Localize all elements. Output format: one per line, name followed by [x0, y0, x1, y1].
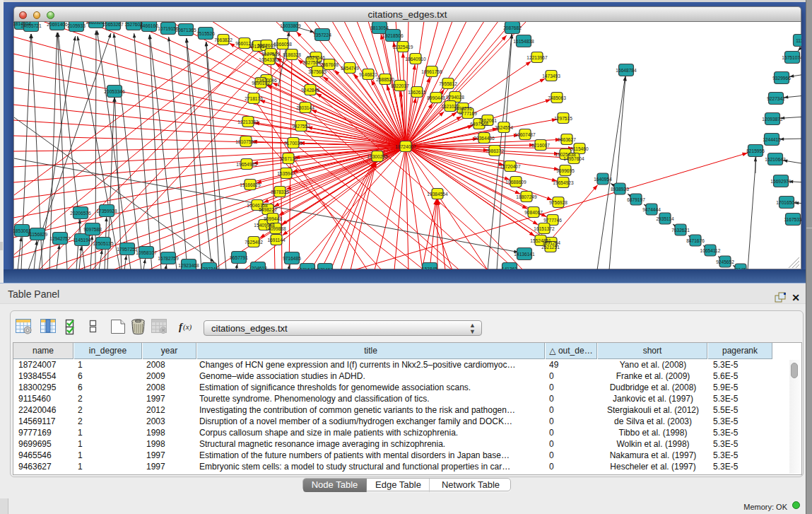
svg-text:9115460: 9115460 [570, 146, 589, 151]
svg-text:15720407: 15720407 [500, 164, 521, 169]
svg-text:8990448: 8990448 [427, 95, 445, 100]
svg-text:9242848: 9242848 [301, 88, 319, 93]
svg-text:20206576: 20206576 [70, 211, 91, 216]
svg-text:2867608: 2867608 [320, 62, 339, 67]
svg-text:14957604: 14957604 [563, 156, 584, 161]
svg-text:12093872: 12093872 [762, 117, 783, 122]
svg-text:20364436: 20364436 [473, 136, 495, 141]
svg-text:11325419: 11325419 [393, 45, 413, 49]
svg-text:11156829: 11156829 [28, 232, 48, 237]
svg-text:16154838: 16154838 [513, 39, 534, 44]
svg-text:9890102: 9890102 [252, 81, 270, 86]
svg-text:5366058: 5366058 [273, 42, 292, 47]
svg-text:10671365: 10671365 [175, 28, 196, 33]
svg-text:(x): (x) [183, 322, 192, 332]
svg-text:9463627: 9463627 [558, 137, 576, 142]
svg-text:9084067: 9084067 [524, 210, 543, 215]
svg-text:2105933: 2105933 [67, 23, 86, 28]
svg-text:2521251: 2521251 [541, 245, 560, 250]
svg-text:1297515: 1297515 [554, 116, 572, 121]
svg-text:19654985: 19654985 [236, 162, 257, 167]
svg-text:16151372: 16151372 [534, 226, 555, 231]
svg-text:14099888: 14099888 [265, 226, 286, 231]
svg-text:20053346: 20053346 [104, 89, 125, 94]
svg-text:9170035: 9170035 [284, 141, 302, 146]
svg-text:3267130: 3267130 [279, 156, 298, 161]
svg-text:1640954: 1640954 [594, 177, 612, 182]
svg-text:10958107: 10958107 [136, 250, 157, 255]
svg-text:9227342: 9227342 [767, 96, 785, 101]
svg-text:12505135: 12505135 [93, 241, 114, 246]
svg-text:12213967: 12213967 [526, 55, 548, 60]
svg-text:9716485: 9716485 [283, 256, 301, 261]
svg-text:18807249: 18807249 [516, 194, 537, 199]
svg-text:10654112: 10654112 [700, 248, 721, 253]
svg-text:19166825: 19166825 [240, 182, 261, 187]
svg-text:9657791: 9657791 [230, 255, 248, 260]
svg-text:9146821: 9146821 [359, 72, 377, 77]
svg-text:2803144: 2803144 [296, 105, 314, 110]
svg-text:1473493: 1473493 [542, 74, 560, 78]
svg-text:3624554: 3624554 [495, 125, 513, 130]
svg-text:18107552: 18107552 [235, 139, 257, 144]
svg-text:6879197: 6879197 [627, 197, 645, 202]
svg-text:16033809: 16033809 [280, 23, 301, 28]
svg-text:9777746: 9777746 [543, 218, 562, 223]
svg-text:1167533: 1167533 [784, 217, 801, 222]
svg-text:18724007: 18724007 [395, 144, 416, 149]
svg-text:8186328: 8186328 [283, 52, 301, 57]
svg-text:7462061: 7462061 [478, 118, 497, 123]
svg-text:17957253: 17957253 [117, 247, 138, 252]
svg-text:7485063: 7485063 [548, 95, 566, 100]
svg-text:9127509: 9127509 [261, 52, 280, 57]
svg-text:9099448: 9099448 [264, 216, 282, 221]
svg-text:12213383: 12213383 [237, 119, 259, 124]
svg-text:9427552: 9427552 [292, 124, 310, 129]
svg-text:8813054: 8813054 [370, 25, 389, 30]
svg-text:10607487: 10607487 [514, 132, 536, 137]
svg-text:1535947: 1535947 [277, 171, 295, 176]
svg-text:7357224: 7357224 [313, 33, 331, 37]
svg-text:16648784: 16648784 [616, 68, 637, 73]
svg-text:10543382: 10543382 [259, 57, 280, 62]
svg-text:8938923: 8938923 [611, 187, 629, 192]
svg-text:9097588: 9097588 [83, 227, 102, 232]
svg-text:9794028: 9794028 [446, 95, 464, 100]
svg-text:1244415: 1244415 [763, 137, 781, 142]
svg-text:3875685: 3875685 [308, 69, 326, 74]
svg-text:7625402: 7625402 [245, 240, 263, 245]
svg-text:2087682: 2087682 [503, 25, 522, 30]
svg-text:17016504: 17016504 [776, 200, 797, 205]
svg-text:8322037: 8322037 [391, 83, 409, 88]
svg-text:6466160: 6466160 [140, 23, 158, 28]
svg-text:15524851: 15524851 [530, 238, 551, 243]
svg-text:10653267: 10653267 [102, 22, 124, 27]
svg-text:1362615: 1362615 [408, 90, 426, 95]
svg-text:14136141: 14136141 [514, 252, 535, 257]
svg-text:8454749: 8454749 [341, 66, 359, 71]
svg-text:15751074: 15751074 [782, 55, 801, 60]
svg-text:8878335: 8878335 [271, 189, 289, 194]
svg-text:9329966: 9329966 [772, 76, 791, 81]
svg-text:18300295: 18300295 [367, 154, 388, 159]
svg-text:10961758: 10961758 [421, 69, 442, 74]
svg-text:2718176: 2718176 [245, 96, 263, 101]
svg-text:19654923: 19654923 [553, 180, 574, 185]
svg-text:10688609: 10688609 [505, 180, 526, 185]
svg-text:1145194: 1145194 [73, 238, 91, 243]
svg-text:8471676: 8471676 [686, 238, 705, 243]
svg-text:20691406: 20691406 [47, 22, 68, 27]
svg-text:18640910: 18640910 [405, 57, 426, 62]
svg-text:19218506: 19218506 [382, 33, 404, 38]
svg-text:9327546: 9327546 [307, 55, 325, 60]
svg-text:2588520: 2588520 [376, 77, 394, 82]
svg-text:2935114: 2935114 [656, 216, 674, 221]
svg-text:9474444: 9474444 [642, 207, 661, 212]
svg-text:9327508: 9327508 [302, 60, 321, 65]
svg-text:1691144: 1691144 [267, 238, 286, 243]
svg-text:1112: 1112 [796, 38, 801, 43]
svg-text:19384554: 19384554 [427, 192, 448, 197]
svg-text:12942757: 12942757 [49, 236, 71, 241]
svg-text:7663822: 7663822 [214, 37, 233, 42]
svg-text:9699695: 9699695 [556, 168, 575, 173]
